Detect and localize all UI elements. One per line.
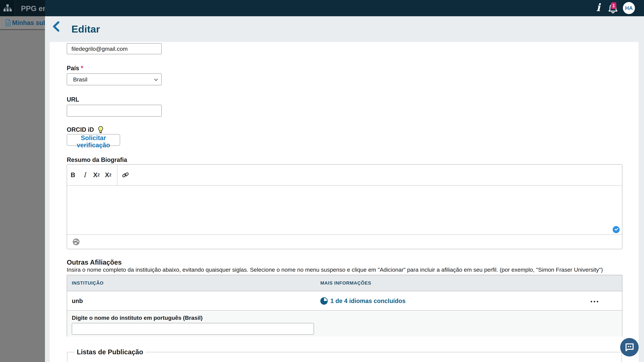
institution-input-row: Digite o nome do instituto em português … [67,311,622,337]
ellipsis-icon [591,301,592,302]
sitemap-icon [3,4,12,12]
form-card: País * Brasil URL ORCID iD [50,42,639,362]
globe-icon [72,238,80,246]
subscript-button[interactable]: X2 [102,165,114,185]
table-header-row: INSTITUIÇÃO MAIS INFORMAÇÕES [67,275,622,291]
languages-completed-label: 1 de 4 idiomas concluídos [330,298,406,305]
publication-lists-legend: Listas de Publicação [74,348,146,356]
sidebar: Minhas submi [0,16,45,362]
country-select[interactable]: Brasil [67,73,162,85]
context-switcher[interactable] [0,0,15,16]
document-icon [5,19,11,26]
editor-toolbar: B I X2 X2 [67,165,622,186]
link-button[interactable] [118,165,134,185]
affiliations-table: INSTITUIÇÃO MAIS INFORMAÇÕES unb 1 de 4 … [67,275,622,337]
help-info-icon[interactable]: i [594,1,602,15]
languages-completed-link[interactable]: 1 de 4 idiomas concluídos [320,297,617,305]
bio-rich-text-editor: B I X2 X2 [67,164,622,249]
topbar: PPG em D i 1 HA [0,0,644,16]
url-label: URL [67,96,79,103]
app-root: PPG em D i 1 HA Minhas submi [0,0,644,362]
pie-progress-icon [320,297,328,305]
chevron-left-icon [52,21,61,32]
modal-header: Editar [45,16,644,42]
bold-button[interactable]: B [67,165,79,185]
notification-badge: 1 [611,2,616,9]
avatar-initials: HA [625,5,633,11]
superscript-button[interactable]: X2 [90,165,102,185]
avatar[interactable]: HA [623,2,635,14]
more-options-button[interactable] [588,299,600,304]
country-label: País * [67,65,83,72]
link-icon [122,171,129,179]
table-row: unb 1 de 4 idiomas concluídos [67,292,622,311]
institution-input-label: Digite o nome do instituto em português … [72,315,202,321]
required-asterisk: * [81,65,83,71]
sidebar-divider [0,29,45,30]
affiliations-heading: Outras Afiliações [67,259,122,266]
column-more-information: MAIS INFORMAÇÕES [320,280,617,286]
back-button[interactable] [52,21,61,32]
page-title: Editar [72,23,100,35]
bio-label: Resumo da Biografia [67,156,127,163]
orcid-verify-button[interactable]: Solicitar verificação [67,134,120,146]
orcid-row: ORCID iD [67,126,104,134]
institution-input[interactable] [72,323,314,335]
journal-name-label: PPG em D [21,4,45,13]
edit-side-modal: Editar País * Brasil URL [45,16,644,362]
bio-editor-content[interactable] [67,186,622,235]
sidebar-item-my-submissions[interactable]: Minhas submi [0,16,45,29]
country-select-wrap: Brasil [67,73,162,85]
chat-bubble-icon [625,343,634,352]
lightbulb-icon[interactable] [98,126,104,134]
check-icon [613,226,620,233]
affiliations-description: Insira o nome completo da instituição ab… [67,267,603,273]
email-field[interactable] [67,43,162,54]
sidebar-item-label: Minhas submi [12,19,45,26]
orcid-label: ORCID iD [67,126,94,133]
journal-name: PPG em D [15,0,45,16]
chat-button[interactable] [620,338,639,357]
url-field[interactable] [67,105,162,117]
italic-button[interactable]: I [79,165,90,185]
column-institution: INSTITUIÇÃO [72,280,320,286]
publication-lists-fieldset: Listas de Publicação [67,352,622,362]
editor-statusbar [67,234,622,249]
institution-name: unb [72,298,320,305]
